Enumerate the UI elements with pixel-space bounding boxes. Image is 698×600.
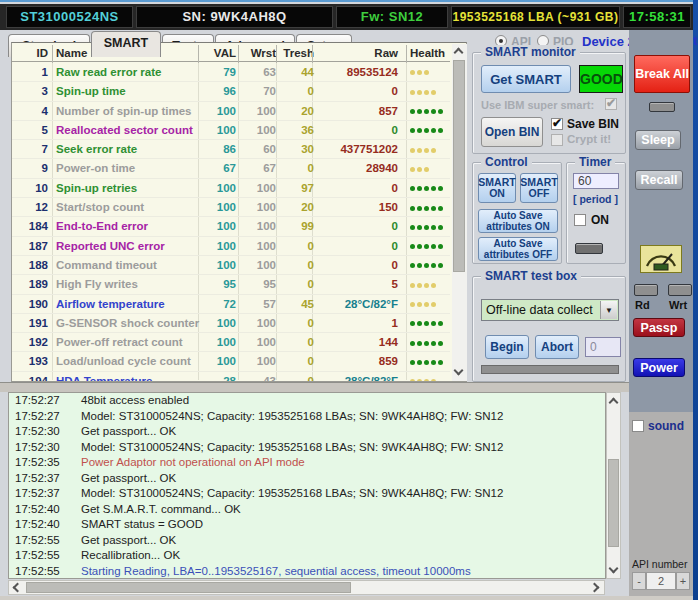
tab-smart[interactable]: SMART xyxy=(91,31,161,57)
open-bin-button[interactable]: Open BIN xyxy=(481,117,543,147)
get-smart-button[interactable]: Get SMART xyxy=(481,65,571,93)
test-counter-field[interactable] xyxy=(585,337,621,357)
health-dot-icon xyxy=(424,167,429,172)
table-row[interactable]: 12Start/stop count10010020150 xyxy=(12,198,450,217)
break-all-button[interactable]: Break All xyxy=(634,55,690,93)
attr-tresh: 44 xyxy=(280,63,314,82)
attr-val: 95 xyxy=(200,275,236,294)
attr-health xyxy=(410,352,450,371)
attr-health xyxy=(410,217,450,236)
log-message: Get passport... OK xyxy=(81,533,176,549)
log-scroll-up-icon[interactable] xyxy=(609,398,619,408)
log-line: 17:52:35Power Adaptor not operational on… xyxy=(9,455,605,471)
health-dot-icon xyxy=(431,341,436,346)
table-row[interactable]: 9Power-on time6767028940 xyxy=(12,159,450,178)
test-select-value: Off-line data collect xyxy=(486,303,593,317)
attr-raw: 857 xyxy=(314,102,398,121)
table-row[interactable]: 10Spin-up retries100100970 xyxy=(12,179,450,198)
power-button[interactable]: Power xyxy=(633,358,685,377)
log-timestamp: 17:52:55 xyxy=(15,533,67,549)
timer-period-input[interactable] xyxy=(573,173,619,189)
scroll-up-icon[interactable] xyxy=(454,48,464,58)
test-select[interactable]: Off-line data collect xyxy=(481,299,619,321)
attr-name: Spin-up time xyxy=(56,82,198,101)
table-row[interactable]: 191G-SENSOR shock counter10010001 xyxy=(12,314,450,333)
chevron-down-icon[interactable] xyxy=(600,301,617,319)
table-row[interactable]: 3Spin-up time967000 xyxy=(12,82,450,101)
log-message: Get S.M.A.R.T. command... OK xyxy=(81,502,241,518)
attr-id: 192 xyxy=(14,333,48,352)
log-scroll-left-icon[interactable] xyxy=(13,583,23,593)
table-row[interactable]: 187Reported UNC error10010000 xyxy=(12,237,450,256)
table-row[interactable]: 194HDA Temperature2843028°C/82°F xyxy=(12,372,450,381)
table-scrollbar-thumb[interactable] xyxy=(453,60,465,272)
attr-name: Raw read error rate xyxy=(56,63,198,82)
log-horizontal-scrollbar[interactable] xyxy=(8,580,605,595)
sleep-button[interactable]: Sleep xyxy=(635,130,681,150)
autosave-on-button[interactable]: Auto Save attributes ON xyxy=(478,209,558,233)
log-line: 17:52:37Get passport... OK xyxy=(9,471,605,487)
autosave-off-button[interactable]: Auto Save attributes OFF xyxy=(478,237,558,261)
attr-raw: 5 xyxy=(314,275,398,294)
attr-tresh: 0 xyxy=(280,372,314,381)
attr-raw: 0 xyxy=(314,237,398,256)
sound-checkbox[interactable] xyxy=(632,420,644,432)
attr-val: 100 xyxy=(200,102,236,121)
timer-group: Timer [ period ] ON xyxy=(566,162,626,264)
health-dot-icon xyxy=(438,206,443,211)
table-row[interactable]: 193Load/unload cycle count1001000859 xyxy=(12,352,450,371)
table-row[interactable]: 184End-to-End error100100990 xyxy=(12,217,450,236)
timer-on-checkbox[interactable] xyxy=(574,214,586,226)
table-scrollbar[interactable] xyxy=(452,44,467,381)
attr-wrst: 95 xyxy=(240,275,276,294)
attr-val: 72 xyxy=(200,295,236,314)
log-timestamp: 17:52:27 xyxy=(15,393,67,409)
health-dot-icon xyxy=(431,302,436,307)
log-vscroll-thumb[interactable] xyxy=(608,459,619,547)
log-hscroll-thumb[interactable] xyxy=(26,582,351,593)
crypt-label: Crypt it! xyxy=(567,133,611,145)
log-panel: 17:52:2748bit access enabled17:52:27Mode… xyxy=(8,392,606,579)
read-led xyxy=(634,284,658,296)
log-vertical-scrollbar[interactable] xyxy=(606,392,621,579)
save-bin-checkbox[interactable] xyxy=(551,118,563,130)
scroll-down-icon[interactable] xyxy=(454,366,464,376)
abort-button[interactable]: Abort xyxy=(535,335,579,359)
log-line: 17:52:40SMART status = GOOD xyxy=(9,517,605,533)
log-scroll-right-icon[interactable] xyxy=(590,583,600,593)
attr-name: High Fly writes xyxy=(56,275,198,294)
table-row[interactable]: 7Seek error rate866030437751202 xyxy=(12,140,450,159)
table-row[interactable]: 4Number of spin-up times10010020857 xyxy=(12,102,450,121)
table-row[interactable]: 1Raw read error rate79634489535124 xyxy=(12,63,450,82)
log-scroll-down-icon[interactable] xyxy=(609,564,619,574)
health-dot-icon xyxy=(424,128,429,133)
ibm-smart-label: Use IBM super smart: xyxy=(481,99,594,111)
drive-serial: SN: 9WK4AH8Q xyxy=(136,6,333,28)
health-dot-icon xyxy=(424,225,429,230)
table-row[interactable]: 5Reallocated sector count100100360 xyxy=(12,121,450,140)
table-row[interactable]: 190Airflow temperature72574528°C/82°F xyxy=(12,295,450,314)
attr-raw: 0 xyxy=(314,82,398,101)
splitter[interactable] xyxy=(0,382,629,392)
api-number-increment[interactable]: + xyxy=(676,572,690,590)
begin-button[interactable]: Begin xyxy=(485,335,529,359)
recall-button[interactable]: Recall xyxy=(635,170,683,190)
health-dot-icon xyxy=(417,128,422,133)
smart-off-button[interactable]: SMART OFF xyxy=(520,173,558,203)
passport-button[interactable]: Passp xyxy=(633,318,685,337)
ibm-smart-checkbox xyxy=(605,98,617,110)
log-line: 17:52:30Model: ST31000524NS; Capacity: 1… xyxy=(9,440,605,456)
api-number-decrement[interactable]: - xyxy=(632,572,646,590)
attr-id: 1 xyxy=(14,63,48,82)
health-dot-icon xyxy=(410,360,415,365)
attr-wrst: 100 xyxy=(240,217,276,236)
health-dot-icon xyxy=(410,263,415,268)
smart-on-button[interactable]: SMART ON xyxy=(478,173,516,203)
table-row[interactable]: 188Command timeout10010000 xyxy=(12,256,450,275)
health-dot-icon xyxy=(417,109,422,114)
table-row[interactable]: 189High Fly writes959505 xyxy=(12,275,450,294)
log-message: Get passport... OK xyxy=(81,471,176,487)
table-row[interactable]: 192Power-off retract count1001000144 xyxy=(12,333,450,352)
attr-name: Seek error rate xyxy=(56,140,198,159)
attr-raw: 144 xyxy=(314,333,398,352)
